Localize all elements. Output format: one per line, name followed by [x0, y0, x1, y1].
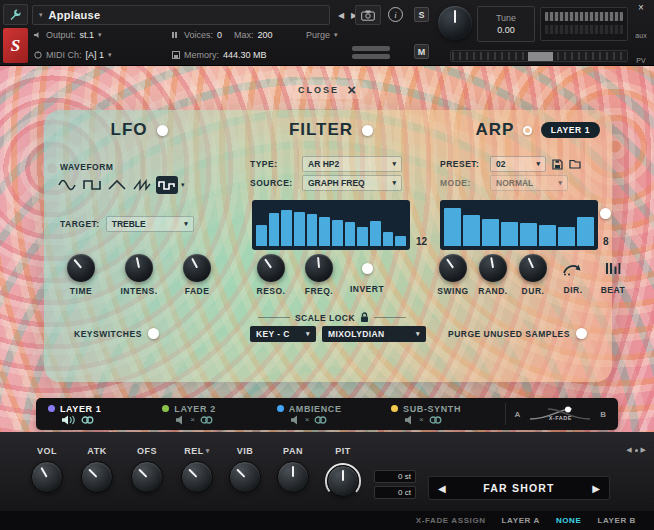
instrument-pan-slider[interactable] [352, 54, 390, 59]
saw-wave-icon[interactable] [131, 176, 153, 194]
layer-tab-layer1[interactable]: LAYER 1 [48, 404, 162, 425]
pitch-cent-box[interactable]: 0 ct [374, 486, 416, 499]
beat-icon[interactable] [605, 261, 621, 276]
arp-step-graph[interactable] [440, 200, 598, 250]
step-bar[interactable] [294, 212, 305, 246]
rel-dropdown-icon[interactable]: ▾ [206, 447, 210, 455]
release-knob[interactable] [181, 461, 213, 493]
step-bar[interactable] [520, 223, 537, 246]
arp-steps-count[interactable]: 8 [603, 236, 609, 247]
step-bar[interactable] [577, 217, 594, 246]
lfo-power-toggle[interactable] [157, 125, 168, 136]
filter-power-toggle[interactable] [362, 125, 373, 136]
step-bar[interactable] [357, 227, 368, 246]
step-bar[interactable] [332, 220, 343, 246]
step-bar[interactable] [539, 225, 556, 246]
prev-instrument-button[interactable]: ◀ [334, 8, 348, 22]
aux-label[interactable]: aux [635, 32, 646, 39]
pitch-knob[interactable] [327, 465, 359, 497]
articulation-next-button[interactable]: ▶ [592, 483, 600, 494]
articulation-prev-button[interactable]: ◀ [438, 483, 446, 494]
tools-button[interactable] [3, 4, 28, 25]
step-bar[interactable] [370, 221, 381, 246]
xfade-assign-layer-a[interactable]: LAYER A [502, 516, 540, 525]
step-bar[interactable] [281, 210, 292, 246]
xfade-assign-none[interactable]: NONE [556, 516, 582, 525]
step-bar[interactable] [256, 225, 267, 246]
purge-menu[interactable]: Purge ▾ [306, 30, 338, 40]
ambience-speaker-icon[interactable] [290, 415, 300, 425]
direction-icon[interactable] [562, 261, 584, 276]
page-prev-icon[interactable]: ◀ [626, 446, 631, 454]
square-wave-icon[interactable] [81, 176, 103, 194]
fade-knob[interactable] [183, 254, 211, 282]
mini-keyboard-range-indicator[interactable] [528, 52, 553, 62]
sine-wave-icon[interactable] [56, 176, 78, 194]
filter-source-dropdown[interactable]: GRAPH FREQ ▾ [302, 175, 402, 191]
instrument-dropdown-icon[interactable]: ▾ [39, 11, 43, 19]
volume-knob[interactable] [31, 461, 63, 493]
remove-instrument-button[interactable]: × [638, 2, 644, 13]
save-preset-icon[interactable] [552, 159, 563, 170]
step-bar[interactable] [501, 222, 518, 246]
filter-type-dropdown[interactable]: AR HP2 ▾ [302, 156, 402, 172]
frequency-knob[interactable] [305, 254, 333, 282]
midi-channel-selector[interactable]: MIDI Ch: [A] 1 ▾ [34, 50, 112, 60]
random-step-wave-icon[interactable] [156, 176, 178, 194]
purge-samples-toggle[interactable] [576, 328, 587, 339]
step-bar[interactable] [383, 232, 394, 246]
layer-tab-layer2[interactable]: LAYER 2 × [162, 404, 276, 425]
mute-button[interactable]: M [414, 44, 429, 59]
key-dropdown[interactable]: KEY - C ▾ [250, 326, 316, 342]
subsynth-link-icon[interactable] [429, 415, 442, 425]
duration-knob[interactable] [519, 254, 547, 282]
swing-knob[interactable] [439, 254, 467, 282]
output-selector[interactable]: Output: st.1 ▾ [34, 30, 102, 40]
waveform-dropdown-icon[interactable]: ▾ [181, 181, 185, 189]
subsynth-speaker-icon[interactable] [404, 415, 414, 425]
arp-graph-toggle[interactable] [600, 208, 611, 219]
xfade-assign-layer-b[interactable]: LAYER B [597, 516, 636, 525]
tune-knob[interactable] [438, 6, 472, 40]
resonance-knob[interactable] [257, 254, 285, 282]
solo-button[interactable]: S [414, 7, 429, 22]
random-knob[interactable] [479, 254, 507, 282]
mini-keyboard-range[interactable] [450, 50, 628, 62]
step-bar[interactable] [269, 213, 280, 246]
attack-knob[interactable] [81, 461, 113, 493]
load-preset-folder-icon[interactable] [569, 159, 581, 169]
arp-power-toggle[interactable] [523, 126, 532, 135]
step-bar[interactable] [307, 214, 318, 246]
mode-dropdown[interactable]: NORMAL ▾ [490, 175, 568, 191]
layer1-speaker-icon[interactable] [61, 415, 76, 425]
step-bar[interactable] [558, 227, 575, 246]
close-overlay-button[interactable]: CLOSE × [286, 80, 368, 99]
filter-step-graph[interactable] [252, 200, 410, 250]
ambience-link-icon[interactable] [314, 415, 327, 425]
step-bar[interactable] [395, 236, 406, 246]
page-next-icon[interactable]: ▶ [641, 446, 646, 454]
instrument-title-bar[interactable]: ▾ Applause [32, 5, 330, 25]
snapshot-button[interactable] [355, 5, 381, 25]
layer-tab-ambience[interactable]: AMBIENCE × [277, 404, 391, 425]
step-bar[interactable] [482, 219, 499, 246]
info-button[interactable]: i [388, 7, 403, 22]
invert-toggle[interactable] [362, 263, 373, 274]
layer-tab-subsynth[interactable]: SUB-SYNTH × [391, 404, 505, 425]
step-bar[interactable] [463, 215, 480, 246]
step-bar[interactable] [345, 222, 356, 246]
intensity-knob[interactable] [125, 254, 153, 282]
tune-display[interactable]: Tune 0.00 [477, 6, 535, 42]
scale-dropdown[interactable]: MIXOLYDIAN ▾ [322, 326, 426, 342]
vibrato-knob[interactable] [229, 461, 261, 493]
instrument-volume-slider[interactable] [352, 46, 390, 51]
step-bar[interactable] [444, 208, 461, 246]
offset-knob[interactable] [131, 461, 163, 493]
time-knob[interactable] [67, 254, 95, 282]
keyswitches-toggle[interactable] [148, 328, 159, 339]
pv-label[interactable]: PV [636, 57, 645, 64]
step-bar[interactable] [319, 217, 330, 246]
triangle-wave-icon[interactable] [106, 176, 128, 194]
xfade-control[interactable]: X-FADE [528, 405, 592, 423]
filter-steps-count[interactable]: 12 [416, 236, 427, 247]
